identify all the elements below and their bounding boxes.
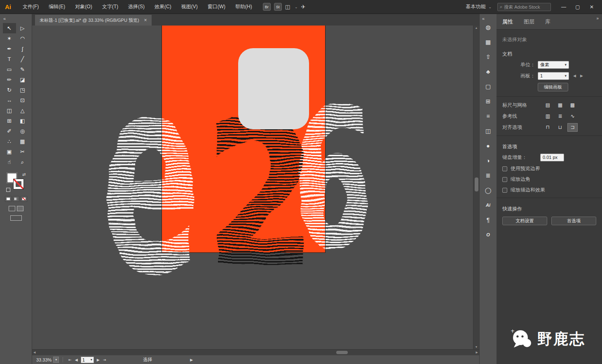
first-artboard-icon[interactable]: ⇤: [68, 358, 72, 362]
paragraph-panel-icon[interactable]: ¶: [482, 215, 494, 225]
show-rulers-button[interactable]: ▤: [543, 101, 553, 110]
eyedropper-tool[interactable]: ✐: [3, 126, 16, 136]
menu-object[interactable]: 对象(O): [70, 0, 97, 14]
opentype-panel-icon[interactable]: O: [482, 229, 494, 240]
rotate-tool[interactable]: ↻: [3, 85, 16, 95]
gradient-panel-icon[interactable]: ◑: [482, 155, 494, 166]
next-artboard-icon[interactable]: ▶: [97, 358, 100, 362]
stroke-color-swatch[interactable]: [14, 179, 23, 189]
scale-corners-checkbox[interactable]: [502, 177, 507, 182]
previous-artboard-icon[interactable]: ◀: [75, 358, 78, 362]
artboard-tool[interactable]: ▣: [3, 147, 16, 157]
scroll-left-icon[interactable]: ◀: [33, 351, 35, 354]
document-setup-button[interactable]: 文档设置: [502, 217, 547, 225]
tab-properties[interactable]: 属性: [502, 18, 513, 29]
search-input[interactable]: [504, 5, 548, 9]
scroll-down-icon[interactable]: ▼: [473, 345, 479, 348]
menu-window[interactable]: 窗口(W): [203, 0, 230, 14]
collapse-panels-icon[interactable]: »: [596, 16, 599, 21]
menu-effect[interactable]: 效果(C): [150, 0, 176, 14]
pen-tool[interactable]: ✒: [3, 44, 16, 54]
previous-artboard-icon[interactable]: ◀: [573, 74, 576, 78]
scroll-up-icon[interactable]: ▲: [473, 26, 479, 29]
expand-panels-icon[interactable]: «: [480, 14, 485, 22]
mesh-tool[interactable]: ⊞: [3, 116, 16, 126]
share-icon[interactable]: ✈: [301, 4, 306, 10]
scale-corners-row[interactable]: 缩放边角: [502, 176, 596, 183]
transform-panel-icon[interactable]: ⊞: [482, 96, 494, 107]
artboard-number-field[interactable]: 1 ▾: [81, 357, 94, 363]
stock-search-box[interactable]: ⌕: [497, 3, 551, 11]
scale-strokes-effects-row[interactable]: 缩放描边和效果: [502, 187, 596, 194]
direct-selection-tool[interactable]: ▷: [16, 23, 29, 33]
show-grid-button[interactable]: ▦: [555, 101, 565, 110]
brushes-panel-icon[interactable]: ♣: [482, 66, 494, 77]
last-artboard-icon[interactable]: ⇥: [103, 358, 106, 362]
rounded-rectangle-shape[interactable]: [238, 48, 309, 129]
preferences-button[interactable]: 首选项: [551, 217, 596, 225]
color-button[interactable]: [5, 196, 12, 202]
layout-switcher-icon[interactable]: ◫: [285, 4, 290, 10]
scale-strokes-effects-checkbox[interactable]: [502, 188, 507, 193]
use-preview-bounds-checkbox[interactable]: [502, 166, 507, 171]
collapse-tools-icon[interactable]: «: [0, 14, 6, 22]
scale-tool[interactable]: ◳: [16, 85, 29, 95]
magic-wand-tool[interactable]: ✶: [3, 33, 16, 44]
swap-colors-icon[interactable]: ⇄: [22, 172, 26, 177]
selection-tool[interactable]: ↖: [3, 23, 16, 33]
stripe-letter-e[interactable]: e: [101, 26, 200, 336]
lasso-tool[interactable]: ◠: [16, 33, 29, 44]
edit-artboards-button[interactable]: 编辑画板: [538, 83, 568, 91]
show-guides-button[interactable]: ▥: [543, 112, 553, 121]
workspace-switcher[interactable]: 基本功能 ⌄: [466, 3, 492, 10]
draw-normal-button[interactable]: [9, 206, 15, 211]
none-button[interactable]: [21, 196, 27, 202]
width-tool[interactable]: ↔: [3, 95, 16, 105]
zoom-dropdown-icon[interactable]: ▾: [53, 357, 59, 363]
type-tool[interactable]: T: [3, 54, 16, 64]
artboard-select[interactable]: 1 ▾: [538, 72, 569, 80]
vertical-scrollbar-handle[interactable]: [475, 177, 478, 191]
snap-to-point-button[interactable]: ⊔: [555, 123, 565, 132]
menu-help[interactable]: 帮助(H): [230, 0, 257, 14]
gradient-tool[interactable]: ◧: [16, 116, 29, 126]
menu-file[interactable]: 文件(F): [18, 0, 44, 14]
document-tab[interactable]: 未标题-1 [已恢复].ai* @ 33.33% (RGB/GPU 预览) ×: [35, 15, 152, 26]
transparency-panel-icon[interactable]: ◯: [482, 185, 494, 196]
color-panel-icon[interactable]: ◍: [482, 22, 494, 33]
blend-tool[interactable]: ◎: [16, 126, 29, 136]
minimize-button[interactable]: —: [557, 0, 571, 14]
close-button[interactable]: ✕: [585, 0, 599, 14]
line-segment-tool[interactable]: ╱: [16, 54, 29, 64]
maximize-button[interactable]: ▢: [571, 0, 585, 14]
default-colors-icon[interactable]: [6, 188, 10, 192]
appearance-panel-icon[interactable]: ●: [482, 140, 494, 151]
zoom-level[interactable]: 33.33%: [36, 357, 52, 362]
perspective-grid-tool[interactable]: △: [16, 105, 29, 116]
column-graph-tool[interactable]: ▦: [16, 136, 29, 147]
pathfinder-panel-icon[interactable]: ◫: [482, 126, 494, 136]
scroll-right-icon[interactable]: ▶: [476, 351, 478, 354]
stock-badge[interactable]: St: [274, 3, 282, 11]
menu-view[interactable]: 视图(V): [176, 0, 203, 14]
use-preview-bounds-row[interactable]: 使用预览边界: [502, 165, 596, 172]
artboards-panel-icon[interactable]: ▦: [482, 37, 494, 47]
close-tab-icon[interactable]: ×: [144, 17, 147, 23]
gradient-button[interactable]: [13, 196, 19, 202]
zoom-tool[interactable]: ⌕: [16, 157, 29, 167]
menu-type[interactable]: 文字(T): [97, 0, 123, 14]
lock-guides-button[interactable]: ≣: [555, 112, 565, 121]
keyboard-increment-field[interactable]: 0.01 px: [540, 154, 564, 161]
menu-edit[interactable]: 编辑(E): [44, 0, 70, 14]
curvature-tool[interactable]: ʃ: [16, 44, 29, 54]
eraser-tool[interactable]: ◪: [16, 75, 29, 85]
bridge-badge[interactable]: Br: [263, 3, 271, 11]
slice-tool[interactable]: ✂: [16, 147, 29, 157]
hand-tool[interactable]: ☝: [3, 157, 16, 167]
status-expand-icon[interactable]: ▶: [190, 358, 193, 362]
snap-to-pixel-button[interactable]: ⊐: [567, 123, 578, 132]
character-panel-icon[interactable]: Ai: [482, 200, 494, 210]
show-transparency-grid-button[interactable]: ▩: [567, 101, 578, 110]
units-select[interactable]: 像素 ▾: [538, 61, 569, 69]
draw-behind-button[interactable]: [17, 206, 23, 211]
